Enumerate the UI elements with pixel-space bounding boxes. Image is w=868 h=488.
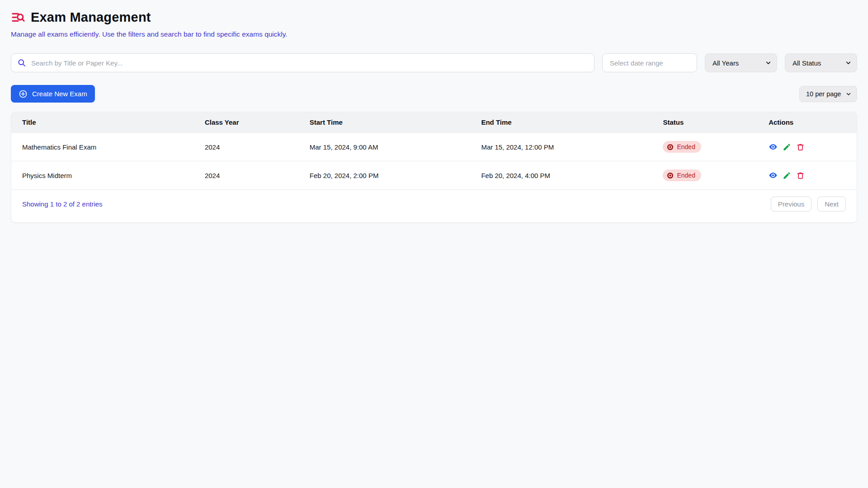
column-header-start-time: Start Time [299, 112, 471, 133]
eye-icon [769, 142, 778, 151]
eye-icon [769, 171, 778, 180]
year-filter-select[interactable]: All Years [705, 53, 777, 72]
table-row: Mathematics Final Exam 2024 Mar 15, 2024… [11, 133, 857, 161]
toolbar: Create New Exam 10 per page [11, 85, 857, 103]
next-page-button[interactable]: Next [817, 197, 846, 211]
table-header: Title Class Year Start Time End Time Sta… [11, 112, 857, 133]
filter-bar: All Years All Status [11, 53, 857, 72]
status-filter-select[interactable]: All Status [785, 53, 857, 72]
status-badge: Ended [663, 169, 701, 181]
delete-exam-button[interactable] [796, 171, 805, 180]
status-filter-wrap: All Status [785, 53, 857, 72]
exam-management-page: Exam Management Manage all exams efficie… [0, 0, 868, 233]
delete-exam-button[interactable] [796, 143, 805, 151]
view-exam-button[interactable] [769, 171, 778, 180]
trash-icon [796, 171, 805, 180]
status-badge-label: Ended [677, 172, 695, 179]
table-footer: Showing 1 to 2 of 2 entries Previous Nex… [11, 189, 857, 222]
trash-icon [796, 143, 805, 151]
year-filter-wrap: All Years [705, 53, 777, 72]
per-page-select[interactable]: 10 per page [799, 86, 857, 102]
plus-circle-icon [19, 89, 28, 99]
class-year-cell: 2024 [194, 133, 299, 161]
pagination-controls: Previous Next [771, 197, 846, 211]
pencil-icon [783, 143, 791, 151]
pencil-icon [783, 171, 791, 180]
column-header-class-year: Class Year [194, 112, 299, 133]
page-header: Exam Management [11, 10, 857, 25]
start-time-cell: Feb 20, 2024, 2:00 PM [299, 161, 471, 190]
page-title: Exam Management [31, 10, 151, 25]
column-header-actions: Actions [758, 112, 857, 133]
create-new-exam-label: Create New Exam [32, 90, 87, 98]
page-subtitle: Manage all exams efficiently. Use the fi… [11, 30, 857, 38]
table-row: Physics Midterm 2024 Feb 20, 2024, 2:00 … [11, 161, 857, 190]
per-page-wrap: 10 per page [799, 86, 857, 102]
stop-circle-icon [667, 144, 674, 150]
status-cell: Ended [652, 161, 758, 190]
edit-exam-button[interactable] [783, 171, 791, 180]
exam-table: Title Class Year Start Time End Time Sta… [11, 112, 857, 189]
end-time-cell: Feb 20, 2024, 4:00 PM [470, 161, 652, 190]
status-badge-label: Ended [677, 143, 695, 150]
exam-title-cell: Physics Midterm [11, 161, 194, 190]
actions-cell [758, 133, 857, 161]
edit-exam-button[interactable] [783, 143, 791, 151]
actions-cell [758, 161, 857, 190]
search-input[interactable] [11, 53, 594, 72]
class-year-cell: 2024 [194, 161, 299, 190]
status-cell: Ended [652, 133, 758, 161]
view-exam-button[interactable] [769, 142, 778, 151]
end-time-cell: Mar 15, 2024, 12:00 PM [470, 133, 652, 161]
column-header-title: Title [11, 112, 194, 133]
search-field-wrap [11, 53, 594, 72]
entries-summary: Showing 1 to 2 of 2 entries [22, 200, 103, 208]
exam-title-cell: Mathematics Final Exam [11, 133, 194, 161]
create-new-exam-button[interactable]: Create New Exam [11, 85, 95, 103]
column-header-end-time: End Time [470, 112, 652, 133]
column-header-status: Status [652, 112, 758, 133]
date-range-input[interactable] [602, 53, 697, 72]
list-search-icon [11, 10, 25, 25]
exam-table-card: Title Class Year Start Time End Time Sta… [11, 112, 857, 223]
stop-circle-icon [667, 172, 674, 179]
search-icon [17, 58, 26, 67]
start-time-cell: Mar 15, 2024, 9:00 AM [299, 133, 471, 161]
previous-page-button[interactable]: Previous [771, 197, 811, 211]
status-badge: Ended [663, 141, 701, 153]
